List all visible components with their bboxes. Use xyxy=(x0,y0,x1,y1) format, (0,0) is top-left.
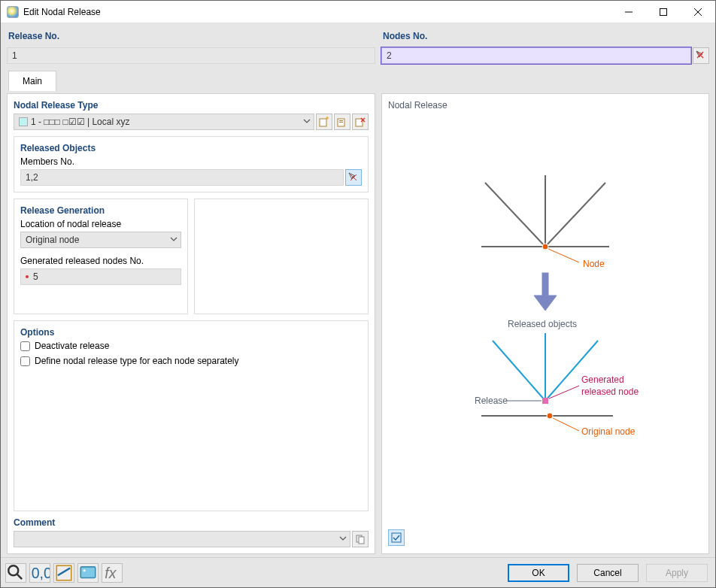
diag-generated-label2: released node xyxy=(581,386,639,397)
deactivate-label: Deactivate release xyxy=(35,341,109,351)
svg-text:fx: fx xyxy=(105,564,117,580)
preview-toolbar xyxy=(388,529,702,547)
svg-line-35 xyxy=(17,574,23,579)
bullet-icon xyxy=(26,275,29,278)
svg-point-31 xyxy=(547,413,553,419)
type-section: Nodal Release Type 1 - □□□ □☑☑ | Local x… xyxy=(14,100,369,130)
chevron-down-icon xyxy=(170,235,177,245)
released-section-title: Released Objects xyxy=(20,143,362,153)
svg-point-21 xyxy=(542,244,548,250)
apply-button[interactable]: Apply xyxy=(646,564,708,582)
members-no-field[interactable]: 1,2 xyxy=(20,169,344,186)
preview-tool-button[interactable] xyxy=(388,529,405,546)
nodes-no-field[interactable]: 2 xyxy=(381,47,691,64)
window-title: Edit Nodal Release xyxy=(23,7,611,17)
minimize-button[interactable] xyxy=(611,1,646,23)
ok-button[interactable]: OK xyxy=(508,564,569,582)
comment-copy-button[interactable] xyxy=(352,531,369,547)
location-label: Location of nodal release xyxy=(20,219,181,229)
diag-generated-label1: Generated xyxy=(581,374,624,385)
pick-nodes-button[interactable] xyxy=(693,47,709,64)
svg-line-32 xyxy=(553,418,579,431)
deactivate-checkbox[interactable] xyxy=(20,341,30,351)
type-combo[interactable]: 1 - □□□ □☑☑ | Local xyz xyxy=(14,114,314,130)
footer-info-button[interactable] xyxy=(53,563,74,583)
type-color-swatch xyxy=(19,117,28,126)
svg-line-22 xyxy=(548,249,579,262)
diag-released-objects-label: Released objects xyxy=(508,319,577,329)
cancel-button[interactable]: Cancel xyxy=(577,564,639,582)
svg-rect-39 xyxy=(80,566,96,577)
generated-nodes-field: 5 xyxy=(20,268,181,285)
pernode-checkbox-row[interactable]: Define nodal release type for each node … xyxy=(20,356,362,366)
tab-main[interactable]: Main xyxy=(8,71,56,91)
comment-combo[interactable] xyxy=(14,531,350,547)
release-no-field[interactable]: 1 xyxy=(7,47,375,64)
svg-rect-10 xyxy=(356,119,363,126)
svg-rect-33 xyxy=(392,533,401,542)
app-icon xyxy=(7,6,19,18)
deactivate-checkbox-row[interactable]: Deactivate release xyxy=(20,341,362,351)
preview-diagram: Node Released objects xyxy=(388,114,702,529)
pernode-label: Define nodal release type for each node … xyxy=(35,356,239,366)
type-section-title: Nodal Release Type xyxy=(14,100,369,111)
body-right: Nodal Release Node xyxy=(381,93,709,554)
preview-title: Nodal Release xyxy=(388,100,702,111)
titlebar: Edit Nodal Release xyxy=(1,1,715,23)
svg-rect-23 xyxy=(542,273,548,296)
top-row: Release No. 1 Nodes No. 2 xyxy=(7,29,709,64)
generated-nodes-value: 5 xyxy=(33,271,38,282)
body-left: Nodal Release Type 1 - □□□ □☑☑ | Local x… xyxy=(7,93,375,554)
footer-fx-button[interactable]: fx xyxy=(102,563,123,583)
svg-line-19 xyxy=(545,183,605,247)
type-edit-button[interactable] xyxy=(334,114,350,130)
chevron-down-icon xyxy=(303,117,311,127)
diag-node-label: Node xyxy=(583,259,605,269)
pick-members-button[interactable] xyxy=(345,169,362,186)
footer-preview-button[interactable] xyxy=(77,563,99,583)
type-combo-text: 1 - □□□ □☑☑ | Local xyz xyxy=(31,117,129,127)
body-row: Nodal Release Type 1 - □□□ □☑☑ | Local x… xyxy=(7,93,709,554)
diag-release-label: Release xyxy=(475,396,508,406)
svg-point-34 xyxy=(8,565,18,575)
members-no-label: Members No. xyxy=(20,156,362,167)
release-no-label: Release No. xyxy=(7,29,375,44)
chevron-down-icon xyxy=(339,534,347,544)
pernode-checkbox[interactable] xyxy=(20,356,30,366)
svg-line-24 xyxy=(493,341,545,401)
tab-row: Main xyxy=(7,70,709,90)
svg-rect-1 xyxy=(660,8,667,15)
generation-section-title: Release Generation xyxy=(20,205,181,216)
svg-point-40 xyxy=(83,569,86,571)
window-buttons xyxy=(611,1,715,23)
svg-rect-16 xyxy=(359,537,364,544)
svg-line-38 xyxy=(58,568,70,575)
close-button[interactable] xyxy=(681,1,715,23)
generated-nodes-label: Generated released nodes No. xyxy=(20,256,181,266)
content: Release No. 1 Nodes No. 2 Main Nodal Rel… xyxy=(1,23,715,557)
comment-section-title: Comment xyxy=(14,517,369,528)
comment-section: Comment xyxy=(14,517,369,547)
svg-rect-9 xyxy=(339,122,343,123)
generation-section: Release Generation Location of nodal rel… xyxy=(14,199,188,314)
footer-units-button[interactable]: 0,00 xyxy=(29,563,50,583)
location-combo[interactable]: Original node xyxy=(20,232,181,248)
svg-text:0,00: 0,00 xyxy=(32,564,50,580)
nodes-no-label: Nodes No. xyxy=(381,29,709,44)
type-new-button[interactable] xyxy=(316,114,332,130)
diag-original-label: Original node xyxy=(581,426,636,437)
released-section: Released Objects Members No. 1,2 xyxy=(14,136,369,192)
svg-rect-6 xyxy=(320,119,326,126)
options-section: Options Deactivate release Define nodal … xyxy=(14,320,369,511)
footer-search-button[interactable] xyxy=(5,563,26,583)
type-delete-button[interactable] xyxy=(352,114,369,130)
svg-rect-8 xyxy=(339,120,343,121)
maximize-button[interactable] xyxy=(646,1,681,23)
location-combo-text: Original node xyxy=(26,235,79,245)
options-section-title: Options xyxy=(20,327,362,338)
empty-panel xyxy=(194,199,369,314)
generation-row: Release Generation Location of nodal rel… xyxy=(14,199,369,314)
svg-line-17 xyxy=(485,183,545,247)
svg-rect-28 xyxy=(542,398,548,404)
footer: 0,00 fx OK Cancel Apply xyxy=(1,557,715,587)
